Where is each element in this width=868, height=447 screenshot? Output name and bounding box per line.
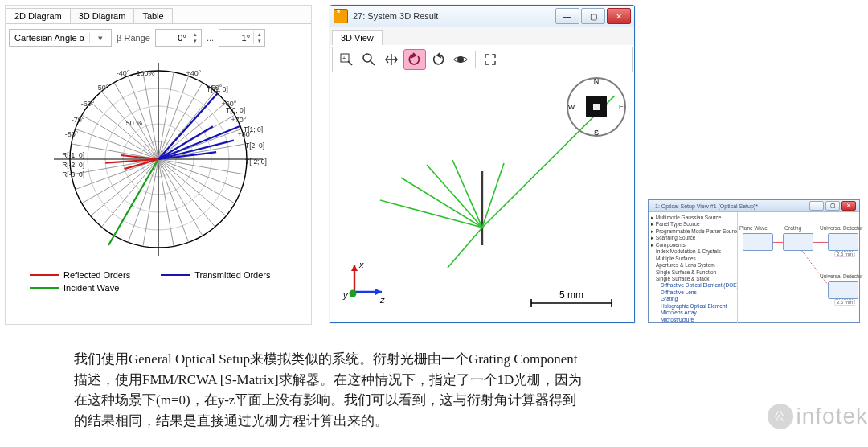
legend-swatch-reflected (30, 274, 59, 276)
tree-item[interactable]: ▸ Multimode Gaussian Source (651, 215, 735, 221)
svg-line-87 (482, 163, 504, 228)
legend-swatch-transmitted (161, 274, 190, 276)
close-button[interactable]: ✕ (841, 201, 856, 211)
tab-3d-view[interactable]: 3D View (332, 30, 383, 45)
chevron-down-icon: ▾ (89, 33, 111, 43)
svg-text:+40°: +40° (186, 69, 202, 77)
window-title: 27: System 3D Result (353, 11, 555, 21)
angle-mode-value: Cartesian Angle α (10, 33, 89, 43)
svg-text:T[1; 0]: T[1; 0] (244, 125, 263, 133)
svg-text:R[-1; 0]: R[-1; 0] (62, 151, 84, 159)
view-tabs: 3D View (330, 27, 634, 45)
svg-text:z: z (379, 295, 385, 305)
node-detector-1[interactable] (828, 233, 858, 251)
tree-item[interactable]: Grating (651, 296, 735, 302)
beta-range-from[interactable]: 0° ▴▾ (155, 29, 202, 47)
svg-text:+: + (342, 55, 346, 61)
spin-down-icon[interactable]: ▾ (253, 38, 264, 44)
view-toolbar: + (332, 47, 633, 72)
tree-item[interactable]: Diffractive Lens (651, 289, 735, 296)
tree-item[interactable]: ▸ Components (651, 242, 735, 248)
svg-rect-77 (593, 104, 600, 110)
window-title: 1: Optical Setup View #1 (Optical Setup)… (652, 203, 809, 209)
maximize-button[interactable]: ▢ (825, 201, 840, 211)
svg-text:T[0; 0]: T[0; 0] (226, 106, 245, 114)
legend-swatch-incident (30, 287, 59, 289)
svg-line-54 (158, 93, 218, 159)
tree-item[interactable]: Microlens Array (651, 310, 735, 316)
node-detector-2[interactable] (828, 281, 858, 299)
svg-line-89 (448, 228, 482, 268)
svg-text:S: S (594, 129, 599, 137)
svg-line-86 (452, 160, 482, 228)
node-plane-wave[interactable] (743, 233, 773, 251)
tree-item[interactable]: Multiple Surfaces (651, 256, 735, 262)
svg-text:y: y (342, 290, 349, 300)
optical-setup-window: 1: Optical Setup View #1 (Optical Setup)… (648, 199, 860, 323)
setup-canvas[interactable]: Plane Wave Grating Universal Detector Un… (738, 212, 859, 323)
system-3d-result-window: 27: System 3D Result — ▢ ✕ 3D View + (330, 5, 635, 323)
svg-text:W: W (568, 103, 575, 111)
tree-item[interactable]: ▸ Panel Type Source (651, 221, 735, 228)
maximize-button[interactable]: ▢ (581, 8, 605, 24)
svg-text:-80°: -80° (65, 130, 79, 138)
angle-mode-dropdown[interactable]: Cartesian Angle α ▾ (9, 29, 112, 47)
tree-item[interactable]: Diffractive Optical Element (DOE) (651, 282, 735, 289)
tab-table[interactable]: Table (133, 8, 172, 23)
spin-down-icon[interactable]: ▾ (190, 38, 201, 44)
svg-point-94 (350, 290, 357, 297)
polar-plot: -80° -70° -60° -50° -40° +40° +50° +60° … (14, 55, 303, 264)
svg-text:N: N (594, 77, 600, 85)
tree-item[interactable]: Apertures & Lens System (651, 262, 735, 269)
redo-icon[interactable] (428, 50, 448, 69)
node-grating[interactable] (783, 233, 813, 251)
tree-item[interactable]: Single Surface & Stack (651, 276, 735, 282)
zoom-region-icon[interactable]: + (336, 50, 357, 69)
plot-legend: Reflected Orders Transmitted Orders Inci… (30, 270, 311, 293)
caption-text: 我们使用General Optical Setup来模拟类似的系统。衍射光栅由一… (74, 349, 685, 431)
toolbar-divider (475, 51, 476, 68)
minimize-button[interactable]: — (555, 8, 579, 24)
tree-item[interactable]: Microstructure (651, 317, 735, 323)
tree-item[interactable]: ▸ Scanning Source (651, 235, 735, 241)
spin-up-icon[interactable]: ▴ (190, 31, 201, 38)
tab-2d-diagram[interactable]: 2D Diagram (6, 8, 71, 23)
compass-icon: N E S W (565, 76, 628, 138)
window-titlebar[interactable]: 27: System 3D Result — ▢ ✕ (330, 6, 634, 27)
tree-item[interactable]: Index Modulation & Crystals (651, 248, 735, 255)
tree-item[interactable]: Holographic Optical Element (651, 303, 735, 310)
svg-text:-50°: -50° (96, 84, 109, 92)
window-titlebar[interactable]: 1: Optical Setup View #1 (Optical Setup)… (649, 200, 859, 212)
beta-range-to[interactable]: 1° ▴▾ (219, 29, 265, 47)
svg-line-84 (401, 178, 482, 228)
undo-icon[interactable] (403, 49, 426, 70)
tree-item[interactable]: ▸ Programmable Mode Planar Source (651, 228, 735, 235)
svg-line-104 (798, 245, 829, 285)
spin-up-icon[interactable]: ▴ (253, 31, 264, 38)
svg-text:x: x (358, 260, 364, 269)
svg-text:R[-3; 0]: R[-3; 0] (62, 170, 84, 178)
svg-line-72 (371, 61, 375, 65)
legend-label-reflected: Reflected Orders (63, 270, 130, 280)
svg-text:+70°: +70° (231, 116, 247, 124)
svg-line-69 (348, 61, 352, 65)
svg-text:-60°: -60° (81, 100, 95, 108)
3d-viewport[interactable]: N E S W (332, 74, 633, 322)
fit-icon[interactable] (480, 50, 501, 69)
orbit-icon[interactable] (450, 50, 471, 69)
tab-3d-diagram[interactable]: 3D Diagram (70, 8, 135, 23)
range-separator: ... (207, 33, 214, 43)
minimize-button[interactable]: — (809, 201, 824, 211)
svg-marker-91 (351, 265, 358, 271)
app-icon (334, 9, 348, 23)
svg-text:T[-2; 0]: T[-2; 0] (245, 158, 267, 166)
component-tree[interactable]: ▸ Multimode Gaussian Source▸ Panel Type … (649, 212, 738, 323)
close-button[interactable]: ✕ (607, 8, 631, 24)
tree-item[interactable]: Single Surface & Function (651, 269, 735, 276)
svg-text:T[2; 0]: T[2; 0] (245, 141, 264, 150)
svg-text:50 %: 50 % (126, 119, 143, 127)
svg-text:-40°: -40° (117, 69, 130, 77)
pan-icon[interactable] (381, 50, 402, 69)
svg-text:100%: 100% (136, 69, 154, 77)
zoom-icon[interactable] (358, 50, 379, 69)
